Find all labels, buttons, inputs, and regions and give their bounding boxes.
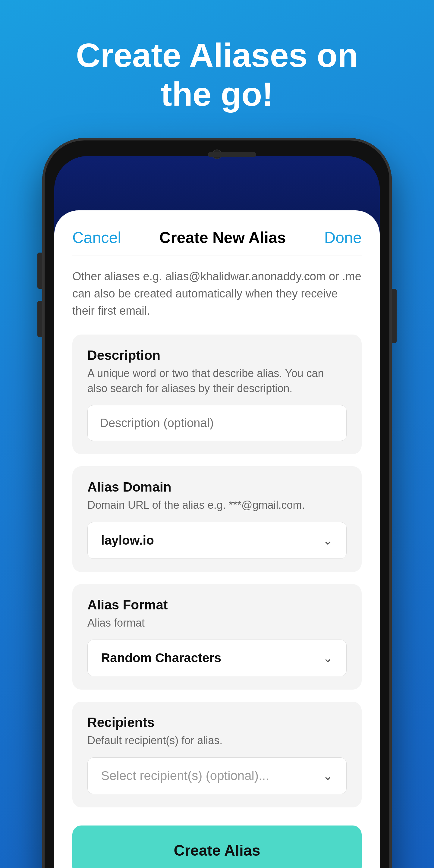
alias-format-label: Alias Format (87, 597, 347, 613)
create-alias-button[interactable]: Create Alias (72, 826, 362, 868)
recipients-sublabel: Default recipient(s) for alias. (87, 733, 347, 748)
screen-top-bg (54, 156, 380, 216)
description-label: Description (87, 348, 347, 363)
alias-domain-label: Alias Domain (87, 479, 347, 495)
recipients-section: Recipients Default recipient(s) for alia… (72, 702, 362, 807)
alias-format-dropdown[interactable]: Random Characters ⌄ (87, 640, 347, 676)
volume-down-button[interactable] (37, 301, 42, 337)
alias-domain-value: laylow.io (101, 533, 154, 548)
modal-header: Cancel Create New Alias Done (72, 210, 362, 256)
alias-format-sublabel: Alias format (87, 615, 347, 630)
modal-title: Create New Alias (159, 228, 286, 247)
hero-title: Create Aliases on the go! (52, 36, 382, 114)
phone-screen: Cancel Create New Alias Done Other alias… (54, 156, 380, 868)
chevron-down-icon: ⌄ (323, 769, 333, 783)
alias-format-value: Random Characters (101, 651, 221, 665)
info-text: Other aliases e.g. alias@khalidwar.anona… (72, 268, 362, 319)
cancel-button[interactable]: Cancel (72, 228, 121, 247)
alias-domain-section: Alias Domain Domain URL of the alias e.g… (72, 466, 362, 572)
alias-format-section: Alias Format Alias format Random Charact… (72, 584, 362, 689)
done-button[interactable]: Done (324, 228, 362, 247)
create-alias-modal: Cancel Create New Alias Done Other alias… (54, 210, 380, 868)
volume-up-button[interactable] (37, 253, 42, 289)
recipients-placeholder: Select recipient(s) (optional)... (101, 769, 269, 783)
phone-container: Cancel Create New Alias Done Other alias… (24, 138, 410, 868)
recipients-label: Recipients (87, 715, 347, 730)
chevron-down-icon: ⌄ (323, 533, 333, 547)
phone-frame: Cancel Create New Alias Done Other alias… (42, 138, 392, 868)
alias-domain-sublabel: Domain URL of the alias e.g. ***@gmail.c… (87, 498, 347, 513)
description-section: Description A unique word or two that de… (72, 335, 362, 455)
alias-domain-dropdown[interactable]: laylow.io ⌄ (87, 522, 347, 559)
chevron-down-icon: ⌄ (323, 651, 333, 665)
description-sublabel: A unique word or two that describe alias… (87, 366, 347, 396)
power-button[interactable] (392, 289, 397, 343)
phone-speaker (208, 152, 256, 157)
description-input[interactable] (87, 405, 347, 441)
recipients-dropdown[interactable]: Select recipient(s) (optional)... ⌄ (87, 757, 347, 794)
